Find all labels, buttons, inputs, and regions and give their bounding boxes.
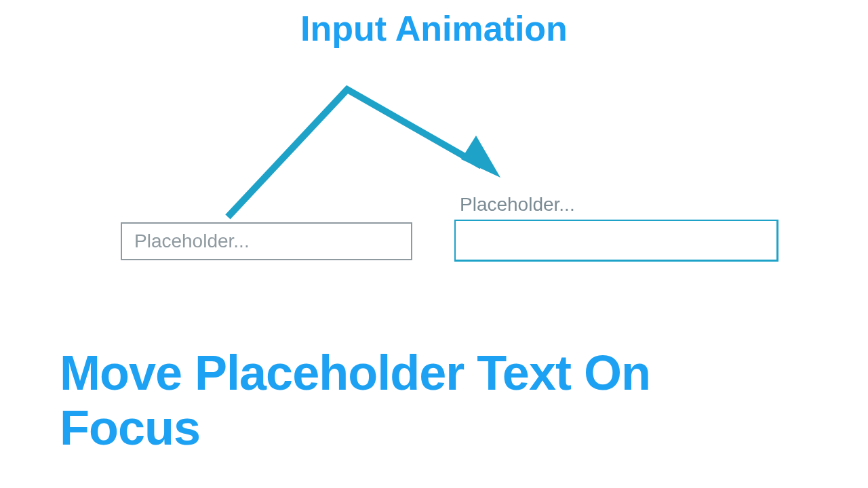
- floating-label: Placeholder...: [460, 194, 778, 216]
- svg-marker-0: [461, 136, 500, 178]
- subtitle-line-1: Move Placeholder Text On: [60, 346, 650, 401]
- input-focused-state: Placeholder...: [454, 194, 778, 262]
- placeholder-text: Placeholder...: [134, 230, 250, 252]
- page-title: Input Animation: [0, 8, 868, 49]
- input-default-state[interactable]: Placeholder...: [121, 222, 412, 260]
- input-focused-box[interactable]: [454, 220, 778, 262]
- subtitle: Move Placeholder Text On Focus: [60, 346, 650, 455]
- subtitle-line-2: Focus: [60, 401, 650, 455]
